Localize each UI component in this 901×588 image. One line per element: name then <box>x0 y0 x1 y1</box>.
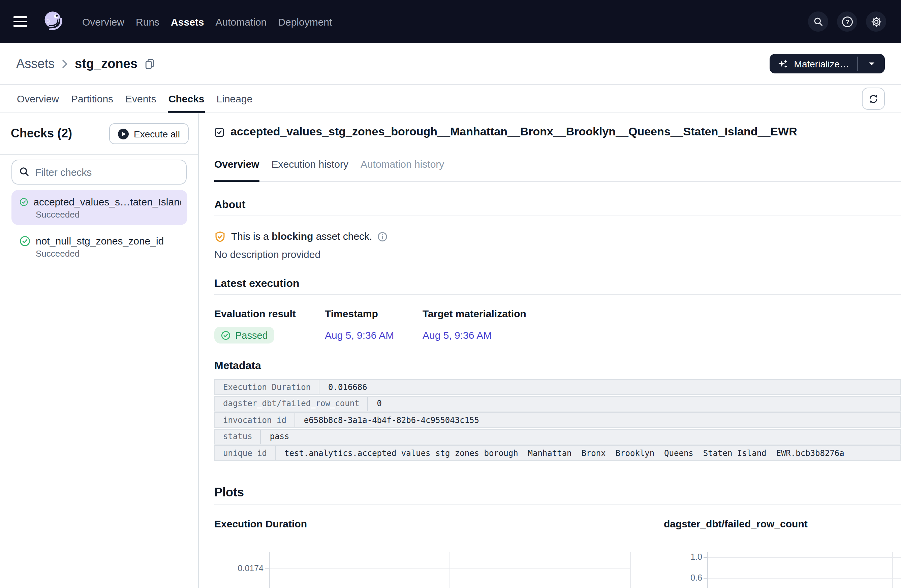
nav-overview[interactable]: Overview <box>82 16 124 27</box>
breadcrumb-bar: Assets stg_zones Materialize… <box>0 43 901 85</box>
gridline <box>708 578 901 579</box>
chart-title-execution-duration: Execution Duration <box>214 518 307 529</box>
passed-label: Passed <box>235 330 268 341</box>
y-tick-label: 1.0 <box>675 552 702 562</box>
timestamp-link[interactable]: Aug 5, 9:36 AM <box>325 329 394 341</box>
materialize-dropdown-button[interactable] <box>858 54 885 73</box>
search-button[interactable] <box>808 11 828 32</box>
caret-down-icon <box>868 61 875 66</box>
col-evaluation-result: Evaluation result <box>214 308 325 320</box>
asset-check-icon <box>214 127 224 137</box>
passed-badge: Passed <box>214 327 274 344</box>
materialize-label: Materialize… <box>794 58 849 69</box>
gridline <box>708 557 901 558</box>
y-tick-label: 0.6 <box>675 573 702 583</box>
chevron-right-icon <box>61 58 68 69</box>
refresh-button[interactable] <box>862 87 885 110</box>
metadata-value: pass <box>261 429 900 443</box>
gridline <box>892 552 893 588</box>
tab-execution-history[interactable]: Execution history <box>271 147 348 181</box>
nav-automation[interactable]: Automation <box>216 16 267 27</box>
tab-overview[interactable]: Overview <box>16 85 60 112</box>
blocking-check-text: This is a blocking asset check. <box>231 230 372 243</box>
dagster-logo-icon[interactable] <box>42 10 65 33</box>
check-success-icon <box>20 235 30 246</box>
metadata-table: Execution Duration 0.016686 dagster_dbt/… <box>214 379 901 461</box>
metadata-value: e658b8c8-3a1a-4b4f-82b6-4c955043c155 <box>295 413 900 427</box>
tab-automation-history: Automation history <box>360 147 444 181</box>
nav-runs[interactable]: Runs <box>136 16 159 27</box>
refresh-icon <box>867 93 879 105</box>
check-item-label: accepted_values_s…taten_Island__EWR <box>33 196 181 207</box>
metadata-value: 0.016686 <box>320 380 900 394</box>
metadata-value: test.analytics.accepted_values_stg_zones… <box>276 446 900 460</box>
execute-all-button[interactable]: Execute all <box>109 123 189 144</box>
sparkles-icon <box>778 58 789 69</box>
check-detail-tabs: Overview Execution history Automation hi… <box>214 147 901 182</box>
tick-mark <box>265 568 269 569</box>
table-row: dagster_dbt/failed_row_count 0 <box>214 396 901 411</box>
checks-sidebar: Checks (2) Execute all <box>0 113 199 588</box>
tick-mark <box>703 578 707 579</box>
gridline <box>630 552 631 588</box>
tick-mark <box>703 557 707 558</box>
tab-checks[interactable]: Checks <box>168 85 205 112</box>
filter-search-icon <box>19 166 30 180</box>
table-row: unique_id test.analytics.accepted_values… <box>214 445 901 461</box>
target-materialization-link[interactable]: Aug 5, 9:36 AM <box>422 329 492 341</box>
check-item-label: not_null_stg_zones_zone_id <box>36 235 164 247</box>
check-list-item-accepted-values[interactable]: accepted_values_s…taten_Island__EWR Succ… <box>11 190 187 225</box>
metadata-value: 0 <box>368 397 900 411</box>
checks-count-title: Checks (2) <box>11 127 72 141</box>
plots-heading: Plots <box>214 485 901 505</box>
gridline <box>449 552 450 588</box>
tab-lineage[interactable]: Lineage <box>216 85 253 112</box>
y-axis-line <box>269 552 270 588</box>
check-list-item-not-null[interactable]: not_null_stg_zones_zone_id Succeeded <box>11 229 187 264</box>
search-icon <box>812 16 824 27</box>
check-item-status: Succeeded <box>36 249 181 259</box>
tab-check-overview[interactable]: Overview <box>214 147 259 181</box>
metadata-key: status <box>215 429 261 443</box>
top-nav: Overview Runs Assets Automation Deployme… <box>0 0 901 43</box>
nav-deployment[interactable]: Deployment <box>278 16 332 27</box>
settings-button[interactable] <box>866 11 886 32</box>
gear-icon <box>870 15 882 28</box>
materialize-button[interactable]: Materialize… <box>770 54 857 73</box>
table-row: Execution Duration 0.016686 <box>214 379 901 395</box>
shield-check-icon <box>214 231 226 242</box>
menu-icon[interactable] <box>14 16 27 27</box>
primary-nav: Overview Runs Assets Automation Deployme… <box>82 16 332 27</box>
check-name-title: accepted_values_stg_zones_borough__Manha… <box>231 124 797 139</box>
filter-checks-input[interactable] <box>11 160 187 185</box>
help-icon: ? <box>840 14 854 29</box>
no-description-text: No description provided <box>214 249 901 259</box>
copy-icon[interactable] <box>144 58 155 69</box>
metadata-key: invocation_id <box>215 413 295 427</box>
materialize-button-group: Materialize… <box>770 54 885 73</box>
table-row: status pass <box>214 429 901 444</box>
col-timestamp: Timestamp <box>325 308 422 320</box>
check-detail-pane: accepted_values_stg_zones_borough__Manha… <box>199 113 901 588</box>
check-item-status: Succeeded <box>36 210 181 219</box>
tab-events[interactable]: Events <box>125 85 157 112</box>
table-row: invocation_id e658b8c8-3a1a-4b4f-82b6-4c… <box>214 412 901 428</box>
breadcrumb-assets-link[interactable]: Assets <box>16 56 55 71</box>
play-circle-icon <box>118 128 128 139</box>
col-target-materialization: Target materialization <box>422 308 901 320</box>
nav-assets[interactable]: Assets <box>171 16 204 27</box>
about-heading: About <box>214 198 901 216</box>
metadata-heading: Metadata <box>214 359 901 372</box>
y-tick-label: 0.0174 <box>214 564 263 573</box>
execute-all-label: Execute all <box>134 128 180 139</box>
check-success-icon <box>221 330 231 340</box>
page-title: stg_zones <box>75 56 137 71</box>
metadata-key: Execution Duration <box>215 380 320 394</box>
metadata-key: unique_id <box>215 446 276 460</box>
help-button[interactable]: ? <box>837 11 857 32</box>
asset-tabs-bar: Overview Partitions Events Checks Lineag… <box>0 85 901 113</box>
info-icon[interactable] <box>377 231 388 241</box>
check-success-icon <box>20 196 28 207</box>
tab-partitions[interactable]: Partitions <box>70 85 114 112</box>
app-window: Overview Runs Assets Automation Deployme… <box>0 0 901 588</box>
